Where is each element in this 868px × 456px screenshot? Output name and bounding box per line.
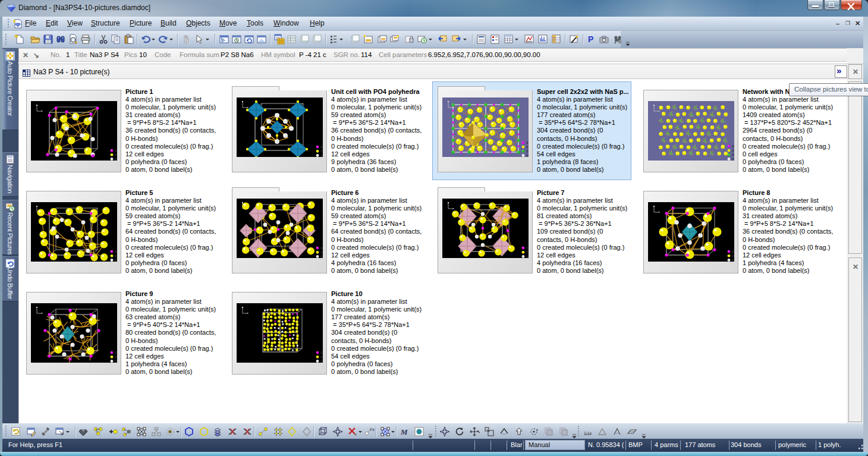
- svg-text:Fe: Fe: [370, 427, 375, 432]
- svg-text:M: M: [400, 427, 408, 436]
- svg-text:P: P: [588, 34, 593, 44]
